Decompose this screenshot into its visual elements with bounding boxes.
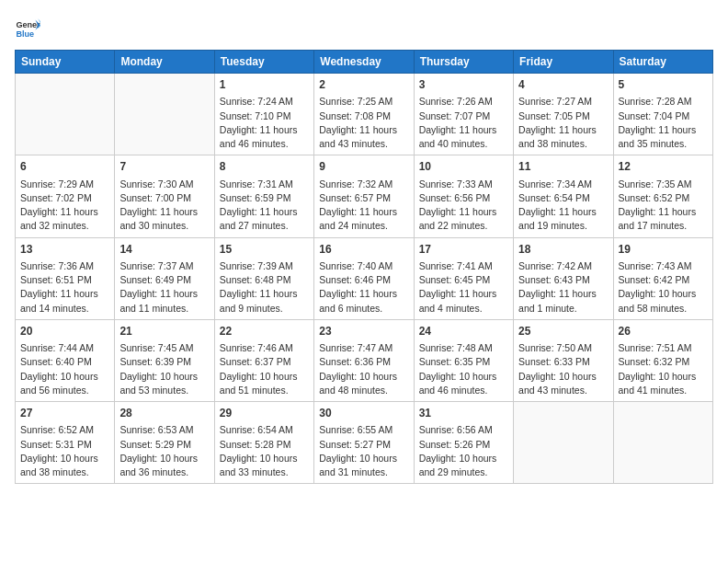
calendar-cell: 2Sunrise: 7:25 AMSunset: 7:08 PMDaylight… xyxy=(314,74,414,155)
calendar-cell: 22Sunrise: 7:46 AMSunset: 6:37 PMDayligh… xyxy=(214,319,313,401)
day-number: 8 xyxy=(220,159,309,175)
day-number: 22 xyxy=(220,324,309,339)
day-number: 17 xyxy=(419,242,508,258)
day-number: 27 xyxy=(20,406,109,421)
day-info: Sunrise: 6:56 AMSunset: 5:26 PMDaylight:… xyxy=(419,423,508,479)
day-info: Sunrise: 7:33 AMSunset: 6:56 PMDaylight:… xyxy=(419,178,508,234)
day-info: Sunrise: 7:28 AMSunset: 7:04 PMDaylight:… xyxy=(619,95,708,151)
calendar-cell: 28Sunrise: 6:53 AMSunset: 5:29 PMDayligh… xyxy=(115,402,214,484)
day-info: Sunrise: 7:35 AMSunset: 6:52 PMDaylight:… xyxy=(619,178,708,234)
day-number: 7 xyxy=(119,159,209,175)
weekday-header: Thursday xyxy=(414,51,513,74)
day-info: Sunrise: 7:50 AMSunset: 6:33 PMDaylight:… xyxy=(518,341,608,397)
calendar-cell: 27Sunrise: 6:52 AMSunset: 5:31 PMDayligh… xyxy=(16,402,115,484)
weekday-header: Sunday xyxy=(16,51,115,74)
day-number: 12 xyxy=(619,159,708,175)
calendar-cell: 23Sunrise: 7:47 AMSunset: 6:36 PMDayligh… xyxy=(314,319,414,401)
day-number: 28 xyxy=(119,406,209,421)
calendar-cell xyxy=(613,402,712,484)
day-info: Sunrise: 7:43 AMSunset: 6:42 PMDaylight:… xyxy=(619,259,708,316)
day-number: 29 xyxy=(220,406,309,421)
calendar-cell: 8Sunrise: 7:31 AMSunset: 6:59 PMDaylight… xyxy=(214,155,313,237)
day-info: Sunrise: 7:51 AMSunset: 6:32 PMDaylight:… xyxy=(619,341,708,397)
day-number: 15 xyxy=(220,242,309,258)
calendar-cell: 24Sunrise: 7:48 AMSunset: 6:35 PMDayligh… xyxy=(414,319,513,401)
calendar-cell: 6Sunrise: 7:29 AMSunset: 7:02 PMDaylight… xyxy=(16,155,115,237)
logo-icon: General Blue xyxy=(15,15,40,40)
day-number: 4 xyxy=(518,77,608,93)
calendar-cell: 19Sunrise: 7:43 AMSunset: 6:42 PMDayligh… xyxy=(613,237,712,319)
day-info: Sunrise: 7:29 AMSunset: 7:02 PMDaylight:… xyxy=(20,178,109,234)
page-header: General Blue xyxy=(15,15,713,40)
calendar-table: SundayMondayTuesdayWednesdayThursdayFrid… xyxy=(15,50,713,484)
calendar-cell: 4Sunrise: 7:27 AMSunset: 7:05 PMDaylight… xyxy=(514,74,613,155)
day-info: Sunrise: 7:48 AMSunset: 6:35 PMDaylight:… xyxy=(419,341,508,397)
day-number: 14 xyxy=(119,242,209,258)
day-info: Sunrise: 7:40 AMSunset: 6:46 PMDaylight:… xyxy=(319,259,408,316)
calendar-cell: 7Sunrise: 7:30 AMSunset: 7:00 PMDaylight… xyxy=(115,155,214,237)
weekday-header: Wednesday xyxy=(314,51,414,74)
day-number: 19 xyxy=(619,242,708,258)
calendar-cell: 31Sunrise: 6:56 AMSunset: 5:26 PMDayligh… xyxy=(414,402,513,484)
day-info: Sunrise: 7:26 AMSunset: 7:07 PMDaylight:… xyxy=(419,95,508,151)
weekday-header: Saturday xyxy=(613,51,712,74)
calendar-cell: 5Sunrise: 7:28 AMSunset: 7:04 PMDaylight… xyxy=(613,74,712,155)
day-info: Sunrise: 7:37 AMSunset: 6:49 PMDaylight:… xyxy=(119,259,209,316)
day-number: 10 xyxy=(419,159,508,175)
calendar-cell: 17Sunrise: 7:41 AMSunset: 6:45 PMDayligh… xyxy=(414,237,513,319)
day-number: 9 xyxy=(319,159,408,175)
day-info: Sunrise: 7:47 AMSunset: 6:36 PMDaylight:… xyxy=(319,341,408,397)
calendar-cell: 1Sunrise: 7:24 AMSunset: 7:10 PMDaylight… xyxy=(214,74,313,155)
day-number: 18 xyxy=(518,242,608,258)
day-number: 24 xyxy=(419,324,508,339)
day-number: 26 xyxy=(619,324,708,339)
day-number: 6 xyxy=(20,159,109,175)
weekday-header: Tuesday xyxy=(214,51,313,74)
day-number: 13 xyxy=(20,242,109,258)
calendar-cell: 14Sunrise: 7:37 AMSunset: 6:49 PMDayligh… xyxy=(115,237,214,319)
logo: General Blue xyxy=(15,15,40,40)
day-number: 30 xyxy=(319,406,408,421)
day-number: 3 xyxy=(419,77,508,93)
day-number: 16 xyxy=(319,242,408,258)
day-info: Sunrise: 7:45 AMSunset: 6:39 PMDaylight:… xyxy=(119,341,209,397)
calendar-cell: 18Sunrise: 7:42 AMSunset: 6:43 PMDayligh… xyxy=(514,237,613,319)
weekday-header: Friday xyxy=(514,51,613,74)
day-info: Sunrise: 7:39 AMSunset: 6:48 PMDaylight:… xyxy=(220,259,309,316)
day-info: Sunrise: 7:44 AMSunset: 6:40 PMDaylight:… xyxy=(20,341,109,397)
calendar-cell: 20Sunrise: 7:44 AMSunset: 6:40 PMDayligh… xyxy=(16,319,115,401)
calendar-cell: 29Sunrise: 6:54 AMSunset: 5:28 PMDayligh… xyxy=(214,402,313,484)
day-number: 23 xyxy=(319,324,408,339)
day-number: 5 xyxy=(619,77,708,93)
calendar-cell: 12Sunrise: 7:35 AMSunset: 6:52 PMDayligh… xyxy=(613,155,712,237)
day-info: Sunrise: 7:25 AMSunset: 7:08 PMDaylight:… xyxy=(319,95,408,151)
calendar-cell: 16Sunrise: 7:40 AMSunset: 6:46 PMDayligh… xyxy=(314,237,414,319)
day-info: Sunrise: 7:31 AMSunset: 6:59 PMDaylight:… xyxy=(220,178,309,234)
day-info: Sunrise: 7:34 AMSunset: 6:54 PMDaylight:… xyxy=(518,178,608,234)
calendar-cell: 25Sunrise: 7:50 AMSunset: 6:33 PMDayligh… xyxy=(514,319,613,401)
day-info: Sunrise: 7:32 AMSunset: 6:57 PMDaylight:… xyxy=(319,178,408,234)
day-info: Sunrise: 6:52 AMSunset: 5:31 PMDaylight:… xyxy=(20,423,109,479)
calendar-cell: 30Sunrise: 6:55 AMSunset: 5:27 PMDayligh… xyxy=(314,402,414,484)
day-info: Sunrise: 7:24 AMSunset: 7:10 PMDaylight:… xyxy=(220,95,309,151)
calendar-cell: 10Sunrise: 7:33 AMSunset: 6:56 PMDayligh… xyxy=(414,155,513,237)
calendar-cell: 3Sunrise: 7:26 AMSunset: 7:07 PMDaylight… xyxy=(414,74,513,155)
calendar-cell: 11Sunrise: 7:34 AMSunset: 6:54 PMDayligh… xyxy=(514,155,613,237)
day-info: Sunrise: 7:36 AMSunset: 6:51 PMDaylight:… xyxy=(20,259,109,316)
svg-text:Blue: Blue xyxy=(16,29,34,39)
day-info: Sunrise: 7:30 AMSunset: 7:00 PMDaylight:… xyxy=(119,178,209,234)
day-number: 11 xyxy=(518,159,608,175)
day-info: Sunrise: 7:42 AMSunset: 6:43 PMDaylight:… xyxy=(518,259,608,316)
day-number: 25 xyxy=(518,324,608,339)
calendar-cell: 26Sunrise: 7:51 AMSunset: 6:32 PMDayligh… xyxy=(613,319,712,401)
calendar-cell: 13Sunrise: 7:36 AMSunset: 6:51 PMDayligh… xyxy=(16,237,115,319)
day-info: Sunrise: 7:27 AMSunset: 7:05 PMDaylight:… xyxy=(518,95,608,151)
day-number: 2 xyxy=(319,77,408,93)
day-number: 1 xyxy=(220,77,309,93)
day-info: Sunrise: 6:55 AMSunset: 5:27 PMDaylight:… xyxy=(319,423,408,479)
day-info: Sunrise: 6:53 AMSunset: 5:29 PMDaylight:… xyxy=(119,423,209,479)
calendar-cell xyxy=(115,74,214,155)
calendar-cell: 15Sunrise: 7:39 AMSunset: 6:48 PMDayligh… xyxy=(214,237,313,319)
day-number: 21 xyxy=(119,324,209,339)
day-info: Sunrise: 6:54 AMSunset: 5:28 PMDaylight:… xyxy=(220,423,309,479)
